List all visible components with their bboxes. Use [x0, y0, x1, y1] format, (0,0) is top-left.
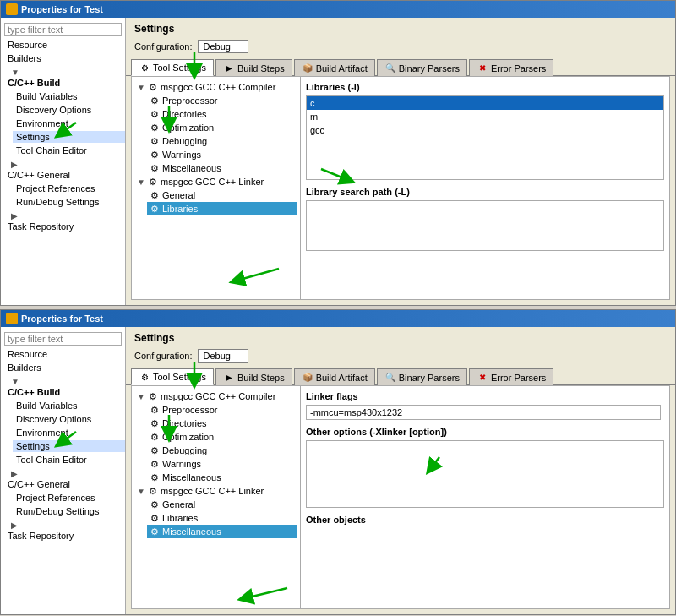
config-row-2: Configuration: Debug — [126, 347, 675, 366]
tool-content-2: ▼ ⚙ mspgcc GCC C++ Compiler ⚙Preprocesso… — [131, 385, 670, 609]
general-1[interactable]: ⚙General — [147, 188, 297, 202]
compiler-gear-icon-2: ⚙ — [147, 390, 159, 402]
libraries-icon-2: ⚙ — [149, 512, 161, 524]
tab-build-artifact-1[interactable]: 📦 Build Artifact — [294, 59, 375, 76]
settings-header-2: Settings — [126, 327, 675, 347]
filter-input-2[interactable] — [4, 332, 122, 346]
linker-gear-icon-2: ⚙ — [147, 485, 159, 497]
tab-error-parsers-1[interactable]: ✖ Error Parsers — [469, 59, 553, 76]
misc-compiler-1[interactable]: ⚙Miscellaneous — [147, 161, 297, 175]
linker-expand-2[interactable]: ▼ — [137, 487, 145, 496]
tab-binary-parsers-2[interactable]: 🔍 Binary Parsers — [377, 368, 467, 385]
expand-icon-cppbuild-1[interactable]: ▼ — [8, 67, 16, 78]
sidebar-item-taskrepo-2[interactable]: ▶ Task Repository — [1, 518, 125, 542]
warnings-1[interactable]: ⚙Warnings — [147, 148, 297, 161]
sidebar-item-rundebug-2[interactable]: Run/Debug Settings — [1, 504, 125, 518]
tab-build-steps-1[interactable]: ▶ Build Steps — [215, 59, 292, 76]
general-label-2: General — [162, 499, 195, 510]
sidebar-item-buildvars-2[interactable]: Build Variables — [1, 399, 125, 412]
sidebar-item-projectrefs-1[interactable]: Project References — [1, 182, 125, 195]
general-2[interactable]: ⚙General — [147, 498, 297, 511]
tab-tool-settings-1[interactable]: ⚙ Tool Settings — [131, 59, 214, 76]
right-panel-1: Libraries (-l) c m gcc Library search pa… — [301, 77, 669, 299]
linker-section-1[interactable]: ▼ ⚙ mspgcc GCC C++ Linker — [135, 175, 297, 188]
directories-2[interactable]: ⚙Directories — [147, 417, 297, 430]
linker-expand-1[interactable]: ▼ — [137, 177, 145, 187]
general-icon-2: ⚙ — [149, 499, 161, 510]
sidebar-item-discovery-2[interactable]: Discovery Options — [1, 412, 125, 426]
sidebar-item-environment-2[interactable]: Environment — [1, 426, 125, 439]
sidebar-item-settings-2[interactable]: Settings — [1, 439, 125, 453]
compiler-section-1[interactable]: ▼ ⚙ mspgcc GCC C++ Compiler — [135, 80, 297, 94]
directories-icon-1: ⚙ — [149, 108, 161, 120]
preprocessor-1[interactable]: ⚙Preprocessor — [147, 94, 297, 107]
debugging-2[interactable]: ⚙Debugging — [147, 444, 297, 457]
properties-panel-1: Properties for Test Resource Builders ▼ … — [0, 0, 676, 306]
compiler-expand-2[interactable]: ▼ — [137, 392, 145, 401]
directories-1[interactable]: ⚙Directories — [147, 107, 297, 121]
sidebar-item-toolchaineditor-1[interactable]: Tool Chain Editor — [1, 144, 125, 157]
tab-artifact-icon-2: 📦 — [302, 372, 313, 384]
lib-item-m[interactable]: m — [307, 110, 663, 123]
sidebar-item-cppgeneral-2[interactable]: ▶ C/C++ General — [1, 466, 125, 491]
expand-icon-cppgeneral-2[interactable]: ▶ — [8, 468, 16, 479]
sidebar-item-toolchaineditor-2[interactable]: Tool Chain Editor — [1, 453, 125, 466]
debugging-label-2: Debugging — [162, 445, 207, 455]
compiler-expand-1[interactable]: ▼ — [137, 83, 145, 92]
tab-artifact-icon-1: 📦 — [302, 63, 313, 74]
sidebar-item-cppbuild-2[interactable]: ▼ C/C++ Build — [1, 374, 125, 399]
libraries-1[interactable]: ⚙Libraries — [147, 202, 297, 215]
warnings-2[interactable]: ⚙Warnings — [147, 457, 297, 471]
optimization-label-2: Optimization — [162, 432, 214, 442]
sidebar-item-environment-1[interactable]: Environment — [1, 117, 125, 130]
libraries-2[interactable]: ⚙Libraries — [147, 511, 297, 525]
sidebar-item-projectrefs-2[interactable]: Project References — [1, 491, 125, 504]
lib-item-gcc[interactable]: gcc — [307, 123, 663, 137]
libraries-list-1: c m gcc — [306, 95, 664, 180]
expand-icon-cppbuild-2[interactable]: ▼ — [8, 376, 16, 387]
panel-titlebar-2: Properties for Test — [1, 310, 675, 327]
sidebar-item-buildvars-1[interactable]: Build Variables — [1, 90, 125, 103]
tab-error-parsers-2[interactable]: ✖ Error Parsers — [469, 368, 553, 385]
compiler-section-2[interactable]: ▼ ⚙ mspgcc GCC C++ Compiler — [135, 390, 297, 403]
misc-compiler-2[interactable]: ⚙Miscellaneous — [147, 471, 297, 484]
tab-binary-parsers-1[interactable]: 🔍 Binary Parsers — [377, 59, 467, 76]
sidebar-item-settings-1[interactable]: Settings — [1, 130, 125, 144]
sidebar-item-resource-1[interactable]: Resource — [1, 38, 125, 52]
filter-input-1[interactable] — [4, 23, 122, 36]
expand-icon-taskrepo-2[interactable]: ▶ — [8, 520, 16, 531]
panel-content-1: Resource Builders ▼ C/C++ Build Build Va… — [1, 18, 675, 305]
sidebar-item-builders-2[interactable]: Builders — [1, 361, 125, 374]
expand-icon-taskrepo-1[interactable]: ▶ — [8, 210, 16, 221]
tab-tool-settings-2[interactable]: ⚙ Tool Settings — [131, 368, 214, 385]
sidebar-item-cppbuild-1[interactable]: ▼ C/C++ Build — [1, 65, 125, 90]
lib-item-c[interactable]: c — [307, 96, 663, 110]
expand-icon-cppgeneral-1[interactable]: ▶ — [8, 159, 16, 170]
sidebar-item-builders-1[interactable]: Builders — [1, 52, 125, 65]
sidebar-item-rundebug-1[interactable]: Run/Debug Settings — [1, 195, 125, 209]
warnings-label-2: Warnings — [162, 459, 201, 469]
tab-build-artifact-label-2: Build Artifact — [316, 373, 368, 383]
preprocessor-2[interactable]: ⚙Preprocessor — [147, 403, 297, 417]
tab-build-artifact-2[interactable]: 📦 Build Artifact — [294, 368, 375, 385]
tab-binary-icon-1: 🔍 — [384, 63, 396, 74]
misc-label-2: Miscellaneous — [162, 526, 221, 537]
tabs-2: ⚙ Tool Settings ▶ Build Steps 📦 Build Ar… — [126, 366, 675, 385]
sidebar-item-discovery-1[interactable]: Discovery Options — [1, 103, 125, 117]
linker-section-2[interactable]: ▼ ⚙ mspgcc GCC C++ Linker — [135, 484, 297, 498]
libraries-label-2: Libraries — [162, 513, 198, 523]
linker-flags-input-2[interactable] — [306, 405, 661, 420]
preprocessor-icon-2: ⚙ — [149, 404, 161, 416]
sidebar-item-taskrepo-1[interactable]: ▶ Task Repository — [1, 209, 125, 233]
miscellaneous-2[interactable]: ⚙Miscellaneous — [147, 525, 297, 538]
panel-icon-2 — [6, 313, 18, 324]
sidebar-item-cppgeneral-1[interactable]: ▶ C/C++ General — [1, 157, 125, 182]
optimization-2[interactable]: ⚙Optimization — [147, 430, 297, 444]
optimization-1[interactable]: ⚙Optimization — [147, 121, 297, 134]
general-icon-1: ⚙ — [149, 189, 161, 201]
tab-build-artifact-label-1: Build Artifact — [316, 63, 368, 74]
tab-build-steps-2[interactable]: ▶ Build Steps — [215, 368, 292, 385]
sidebar-item-resource-2[interactable]: Resource — [1, 347, 125, 361]
debugging-1[interactable]: ⚙Debugging — [147, 134, 297, 148]
panel-content-2: Resource Builders ▼ C/C++ Build Build Va… — [1, 327, 675, 614]
